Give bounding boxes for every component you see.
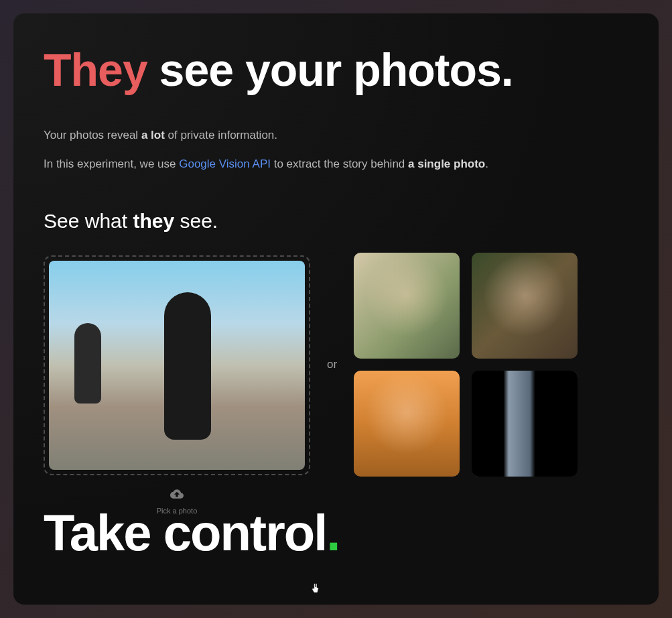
sample-photo-2[interactable] xyxy=(472,253,578,359)
upload-area: Pick a photo xyxy=(44,255,310,515)
or-separator: or xyxy=(327,358,337,371)
photo-picker-row: Pick a photo or xyxy=(44,253,628,517)
cloud-upload-icon xyxy=(170,487,184,503)
sample-photo-1[interactable] xyxy=(354,253,460,359)
subtitle: See what they see. xyxy=(44,210,628,233)
description-block: Your photos reveal a lot of private info… xyxy=(44,126,628,173)
description-line-2: In this experiment, we use Google Vision… xyxy=(44,155,628,173)
sample-photo-4[interactable] xyxy=(472,371,578,477)
hero-title-rest: see your photos. xyxy=(147,44,513,95)
description-line-1: Your photos reveal a lot of private info… xyxy=(44,126,628,144)
hero-title: They see your photos. xyxy=(44,44,628,96)
pointer-cursor-icon xyxy=(308,549,322,565)
main-card: They see your photos. Your photos reveal… xyxy=(13,13,659,605)
hero-title-accent: They xyxy=(44,44,147,95)
upload-dropzone[interactable] xyxy=(44,255,310,475)
cta-title: Take control. xyxy=(44,503,628,562)
sample-photo-grid xyxy=(354,253,578,477)
upload-preview-image xyxy=(49,261,305,470)
sample-photo-3[interactable] xyxy=(354,371,460,477)
google-vision-link[interactable]: Google Vision API xyxy=(179,158,271,170)
